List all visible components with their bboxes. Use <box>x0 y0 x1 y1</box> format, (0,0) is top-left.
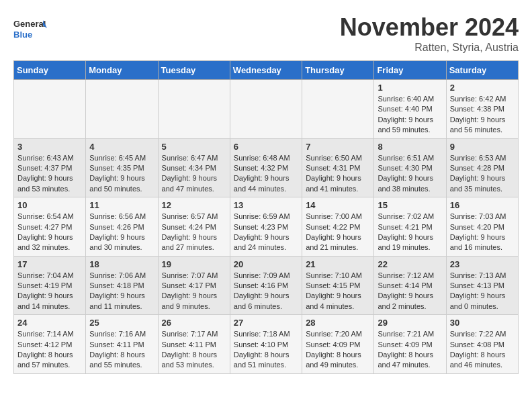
day-detail: Sunrise: 6:53 AM <box>450 154 506 162</box>
day-number: 28 <box>306 318 370 328</box>
calendar-cell-4-1: 25Sunrise: 7:16 AMSunset: 4:11 PMDayligh… <box>86 315 158 374</box>
day-detail: Sunset: 4:20 PM <box>450 223 504 231</box>
day-number: 15 <box>378 200 442 210</box>
day-detail: Sunset: 4:08 PM <box>450 340 504 349</box>
calendar-cell-4-5: 29Sunrise: 7:21 AMSunset: 4:09 PMDayligh… <box>374 315 446 374</box>
day-detail: Sunrise: 6:43 AM <box>17 154 74 162</box>
day-detail: Sunrise: 6:45 AM <box>89 154 146 162</box>
day-number: 12 <box>162 200 226 210</box>
day-detail: Sunset: 4:13 PM <box>450 281 504 289</box>
day-info: Sunrise: 6:54 AMSunset: 4:27 PMDaylight:… <box>17 212 82 253</box>
day-info: Sunrise: 7:21 AMSunset: 4:09 PMDaylight:… <box>378 329 442 371</box>
day-detail: Daylight: 9 hours and 0 minutes. <box>450 291 506 310</box>
day-detail: Sunset: 4:37 PM <box>17 164 72 172</box>
logo: General Blue <box>13 13 47 47</box>
day-detail: Sunset: 4:22 PM <box>306 223 360 231</box>
day-detail: Daylight: 9 hours and 24 minutes. <box>234 233 290 251</box>
day-detail: Sunset: 4:12 PM <box>17 340 72 349</box>
day-info: Sunrise: 7:16 AMSunset: 4:11 PMDaylight:… <box>89 329 154 371</box>
day-number: 24 <box>17 318 82 328</box>
day-info: Sunrise: 7:09 AMSunset: 4:16 PMDaylight:… <box>234 271 298 312</box>
day-info: Sunrise: 6:40 AMSunset: 4:40 PMDaylight:… <box>378 94 442 136</box>
day-detail: Sunset: 4:26 PM <box>89 223 144 231</box>
week-row-1: 1Sunrise: 6:40 AMSunset: 4:40 PMDaylight… <box>14 80 519 139</box>
day-detail: Sunrise: 7:22 AM <box>450 330 506 338</box>
day-info: Sunrise: 7:03 AMSunset: 4:20 PMDaylight:… <box>450 212 515 253</box>
day-info: Sunrise: 7:12 AMSunset: 4:14 PMDaylight:… <box>378 271 442 312</box>
svg-text:General: General <box>13 19 46 29</box>
calendar-cell-0-4 <box>302 80 374 139</box>
day-info: Sunrise: 7:06 AMSunset: 4:18 PMDaylight:… <box>89 271 154 312</box>
day-detail: Sunrise: 7:12 AM <box>378 271 434 279</box>
weekday-header-tuesday: Tuesday <box>158 61 230 80</box>
day-number: 10 <box>17 200 82 210</box>
day-detail: Sunrise: 6:54 AM <box>17 212 74 220</box>
day-info: Sunrise: 7:04 AMSunset: 4:19 PMDaylight:… <box>17 271 82 312</box>
day-detail: Daylight: 9 hours and 16 minutes. <box>450 233 506 251</box>
calendar-cell-0-0 <box>14 80 86 139</box>
svg-text:Blue: Blue <box>13 30 32 40</box>
day-detail: Sunset: 4:15 PM <box>306 281 360 289</box>
day-detail: Daylight: 8 hours and 51 minutes. <box>234 351 290 369</box>
week-row-4: 17Sunrise: 7:04 AMSunset: 4:19 PMDayligh… <box>14 256 519 315</box>
calendar-cell-1-5: 8Sunrise: 6:51 AMSunset: 4:30 PMDaylight… <box>374 138 446 197</box>
day-number: 18 <box>89 259 154 269</box>
calendar-cell-4-0: 24Sunrise: 7:14 AMSunset: 4:12 PMDayligh… <box>14 315 86 374</box>
day-detail: Sunrise: 7:17 AM <box>162 330 218 338</box>
day-detail: Sunrise: 7:13 AM <box>450 271 506 279</box>
day-detail: Sunrise: 6:47 AM <box>162 154 218 162</box>
day-info: Sunrise: 6:48 AMSunset: 4:32 PMDaylight:… <box>234 153 298 195</box>
day-detail: Sunset: 4:14 PM <box>378 281 432 289</box>
day-detail: Sunset: 4:09 PM <box>306 340 360 349</box>
day-detail: Sunset: 4:27 PM <box>17 223 72 231</box>
calendar-cell-1-4: 7Sunrise: 6:50 AMSunset: 4:31 PMDaylight… <box>302 138 374 197</box>
day-detail: Sunrise: 7:21 AM <box>378 330 434 338</box>
calendar-cell-1-2: 5Sunrise: 6:47 AMSunset: 4:34 PMDaylight… <box>158 138 230 197</box>
day-number: 5 <box>162 142 226 152</box>
location-title: Ratten, Styria, Austria <box>340 42 519 54</box>
calendar-cell-3-6: 23Sunrise: 7:13 AMSunset: 4:13 PMDayligh… <box>446 256 518 315</box>
day-info: Sunrise: 7:20 AMSunset: 4:09 PMDaylight:… <box>306 329 370 371</box>
day-detail: Sunset: 4:19 PM <box>17 281 72 289</box>
weekday-header-wednesday: Wednesday <box>230 61 302 80</box>
day-detail: Sunrise: 6:50 AM <box>306 154 362 162</box>
day-detail: Sunrise: 6:42 AM <box>450 95 506 103</box>
day-detail: Sunrise: 7:16 AM <box>89 330 146 338</box>
calendar-cell-0-2 <box>158 80 230 139</box>
day-number: 29 <box>378 318 442 328</box>
day-detail: Sunset: 4:35 PM <box>89 164 144 172</box>
day-detail: Daylight: 9 hours and 14 minutes. <box>17 291 73 310</box>
day-detail: Sunrise: 6:56 AM <box>89 212 146 220</box>
day-detail: Sunset: 4:21 PM <box>378 223 432 231</box>
day-number: 14 <box>306 200 370 210</box>
day-info: Sunrise: 6:56 AMSunset: 4:26 PMDaylight:… <box>89 212 154 253</box>
day-detail: Sunrise: 7:07 AM <box>162 271 218 279</box>
day-detail: Sunrise: 7:09 AM <box>234 271 290 279</box>
week-row-3: 10Sunrise: 6:54 AMSunset: 4:27 PMDayligh… <box>14 197 519 257</box>
day-detail: Sunset: 4:17 PM <box>162 281 216 289</box>
day-number: 1 <box>378 83 442 93</box>
day-detail: Sunset: 4:09 PM <box>378 340 432 349</box>
day-detail: Sunrise: 7:02 AM <box>378 212 434 220</box>
day-detail: Sunrise: 7:10 AM <box>306 271 362 279</box>
day-detail: Daylight: 9 hours and 6 minutes. <box>234 291 290 310</box>
day-detail: Daylight: 9 hours and 11 minutes. <box>89 291 145 310</box>
day-number: 9 <box>450 142 515 152</box>
calendar-cell-0-3 <box>230 80 302 139</box>
day-number: 16 <box>450 200 515 210</box>
day-detail: Daylight: 9 hours and 19 minutes. <box>378 233 433 251</box>
day-info: Sunrise: 6:42 AMSunset: 4:38 PMDaylight:… <box>450 94 515 136</box>
day-number: 22 <box>378 259 442 269</box>
calendar-cell-2-6: 16Sunrise: 7:03 AMSunset: 4:20 PMDayligh… <box>446 197 518 257</box>
day-number: 7 <box>306 142 370 152</box>
day-detail: Sunrise: 6:40 AM <box>378 95 434 103</box>
day-info: Sunrise: 7:07 AMSunset: 4:17 PMDaylight:… <box>162 271 226 312</box>
day-detail: Sunset: 4:28 PM <box>450 164 504 172</box>
calendar-cell-4-2: 26Sunrise: 7:17 AMSunset: 4:11 PMDayligh… <box>158 315 230 374</box>
day-number: 6 <box>234 142 298 152</box>
day-info: Sunrise: 6:47 AMSunset: 4:34 PMDaylight:… <box>162 153 226 195</box>
day-detail: Sunset: 4:23 PM <box>234 223 288 231</box>
day-detail: Daylight: 8 hours and 55 minutes. <box>89 351 145 369</box>
calendar-cell-0-5: 1Sunrise: 6:40 AMSunset: 4:40 PMDaylight… <box>374 80 446 139</box>
day-detail: Daylight: 9 hours and 41 minutes. <box>306 174 361 192</box>
